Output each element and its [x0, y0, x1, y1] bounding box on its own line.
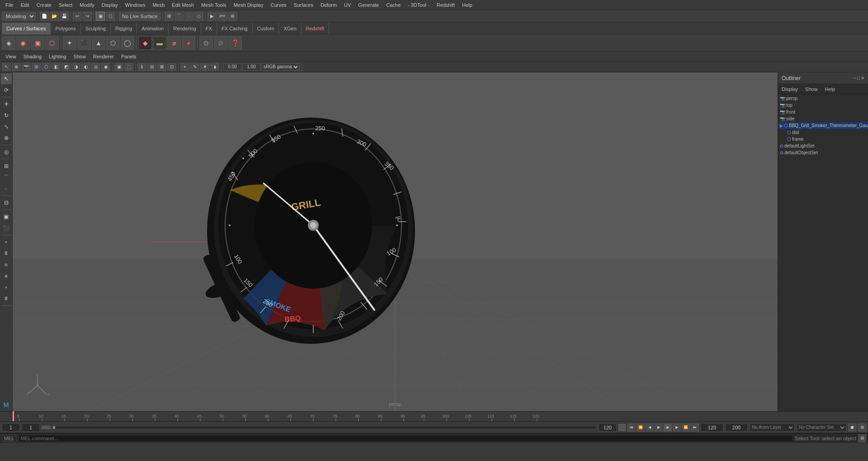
- vp-isolate-btn[interactable]: ▣: [114, 63, 123, 71]
- ipr-btn[interactable]: IPR: [217, 12, 227, 21]
- menu-help[interactable]: Help: [458, 1, 476, 9]
- shelf-tab-curves[interactable]: Curves / Surfaces: [2, 23, 51, 34]
- vp-gate2-btn[interactable]: ⊠: [157, 63, 166, 71]
- view-menu-view[interactable]: View: [2, 53, 20, 60]
- menu-windows[interactable]: Windows: [122, 1, 149, 9]
- menu-curves[interactable]: Curves: [267, 1, 290, 9]
- scale-input[interactable]: [242, 63, 260, 71]
- snap-to-point[interactable]: ·: [1, 183, 12, 194]
- vp-hud-btn[interactable]: ℹ: [137, 63, 146, 71]
- shelf-tab-rendering[interactable]: Rendering: [169, 23, 201, 34]
- vp-shad-btn[interactable]: ◐: [81, 63, 90, 71]
- outliner-tree[interactable]: 📷 persp 📷 top 📷 front 📷 side ▶ ⬡: [778, 94, 868, 411]
- prev-key-btn[interactable]: ◀: [646, 423, 654, 432]
- shelf-tab-fx[interactable]: FX: [201, 23, 217, 34]
- vp-gate-btn[interactable]: ⊟: [147, 63, 156, 71]
- tree-item-front[interactable]: 📷 front: [778, 109, 868, 115]
- play-fwd-btn[interactable]: ▶: [664, 423, 672, 432]
- shelf-icon-obj1[interactable]: ◆: [138, 36, 152, 50]
- next-frame-btn[interactable]: ⏩: [682, 423, 690, 432]
- gamma-input[interactable]: [223, 63, 241, 71]
- vp-shadow-btn[interactable]: ◗: [210, 63, 219, 71]
- vp-grid-btn[interactable]: ⊞: [32, 63, 41, 71]
- vp-gate3-btn[interactable]: ⊡: [167, 63, 176, 71]
- outliner-tab-display[interactable]: Display: [778, 86, 802, 93]
- outliner-minimize-btn[interactable]: ─: [853, 76, 856, 81]
- select-tool-btn[interactable]: ▣: [96, 12, 105, 21]
- shelf-tab-xgen[interactable]: XGen: [279, 23, 301, 34]
- vp-ao-btn[interactable]: ◉: [101, 63, 110, 71]
- go-to-start-btn[interactable]: ⏮: [627, 423, 636, 432]
- shelf-icon-bevel[interactable]: ▲: [92, 36, 105, 50]
- timeline-track[interactable]: [52, 426, 597, 429]
- tree-item-objectset[interactable]: ⊙ defaultObjectSet: [778, 149, 868, 156]
- menu-modify[interactable]: Modify: [76, 1, 98, 9]
- tree-item-side[interactable]: 📷 side: [778, 115, 868, 122]
- left-misc1[interactable]: ≡: [1, 237, 12, 247]
- undo-btn[interactable]: ↩: [73, 12, 82, 21]
- tree-item-lightset[interactable]: ⊙ defaultLightSet: [778, 143, 868, 149]
- view-menu-panels[interactable]: Panels: [118, 53, 140, 60]
- current-frame-left[interactable]: [2, 423, 20, 432]
- current-frame-right[interactable]: [22, 423, 40, 432]
- menu-generate[interactable]: Generate: [354, 1, 382, 9]
- status-bar-btn[interactable]: ⚙: [858, 434, 866, 442]
- snap-grid-btn[interactable]: ⊞: [165, 12, 174, 21]
- outliner-tab-help[interactable]: Help: [821, 86, 839, 93]
- shelf-icon-rs1[interactable]: ⬡: [45, 36, 59, 50]
- snap-curve-btn[interactable]: ⌒: [175, 12, 184, 21]
- vp-light-btn[interactable]: ◑: [71, 63, 80, 71]
- vp-shaded-btn[interactable]: ◧: [52, 63, 61, 71]
- prev-frame-btn[interactable]: ⏪: [637, 423, 645, 432]
- range-start-handle[interactable]: [42, 426, 51, 429]
- menu-select[interactable]: Select: [55, 1, 76, 9]
- tree-item-persp[interactable]: 📷 persp: [778, 95, 868, 102]
- open-btn[interactable]: 📂: [50, 12, 59, 21]
- view-menu-lighting[interactable]: Lighting: [45, 53, 70, 60]
- view-menu-shading[interactable]: Shading: [20, 53, 45, 60]
- menu-surfaces[interactable]: Surfaces: [290, 1, 317, 9]
- shelf-tab-animation[interactable]: Animation: [137, 23, 169, 34]
- universal-manip[interactable]: ⊕: [1, 133, 12, 143]
- menu-edit-mesh[interactable]: Edit Mesh: [168, 1, 198, 9]
- char-set-select[interactable]: No Character Set: [797, 423, 846, 432]
- move-tool[interactable]: ✛: [1, 99, 12, 109]
- live-surface-btn[interactable]: No Live Surface: [119, 12, 160, 21]
- shelf-icon-select[interactable]: ◈: [2, 36, 15, 50]
- workspace-select[interactable]: Modeling: [2, 12, 36, 21]
- shelf-tab-fx-caching[interactable]: FX Caching: [217, 23, 252, 34]
- shelf-icon-smooth[interactable]: ◯: [121, 36, 134, 50]
- vp-snap-btn[interactable]: ⊕: [12, 63, 21, 71]
- scale-tool[interactable]: ⤡: [1, 121, 12, 132]
- redo-btn[interactable]: ↪: [83, 12, 92, 21]
- menu-deform[interactable]: Deform: [317, 1, 340, 9]
- outliner-close-btn[interactable]: ✕: [861, 76, 864, 81]
- menu-mesh-display[interactable]: Mesh Display: [230, 1, 267, 9]
- shelf-icon-obj2[interactable]: ▬: [153, 36, 166, 50]
- vp-xray-btn[interactable]: ◎: [91, 63, 100, 71]
- menu-mesh-tools[interactable]: Mesh Tools: [198, 1, 230, 9]
- menu-file[interactable]: File: [2, 1, 17, 9]
- anim-settings-btn[interactable]: ⚙: [858, 423, 866, 432]
- anim-layer-select[interactable]: No Anim Layer: [750, 423, 795, 432]
- shelf-icon-mat1[interactable]: ⊙: [199, 36, 213, 50]
- lasso-tool[interactable]: ⟳: [1, 85, 12, 95]
- shelf-icon-move[interactable]: ✦: [63, 36, 76, 50]
- new-scene-btn[interactable]: 📄: [40, 12, 49, 21]
- left-misc5[interactable]: ≡: [1, 282, 12, 293]
- lasso-btn[interactable]: ⬡: [106, 12, 115, 21]
- menu-cache[interactable]: Cache: [382, 1, 404, 9]
- vp-texture-btn[interactable]: ◩: [61, 63, 71, 71]
- rotate-tool[interactable]: ↻: [1, 110, 12, 121]
- render-settings-btn[interactable]: ⚙: [228, 12, 237, 21]
- shelf-tab-sculpting[interactable]: Sculpting: [81, 23, 111, 34]
- menu-3dtool[interactable]: - 3DTool -: [404, 1, 433, 9]
- tree-item-bbq[interactable]: ▶ ⬡ BBQ_Grill_Smoker_Thermometer_Gau: [778, 122, 868, 129]
- menu-display[interactable]: Display: [98, 1, 122, 9]
- shelf-icon-paint[interactable]: ◉: [16, 36, 30, 50]
- render-full[interactable]: ⬛: [1, 223, 12, 233]
- tree-item-top[interactable]: 📷 top: [778, 102, 868, 109]
- snap-to-grid[interactable]: ⊞: [1, 161, 12, 171]
- shelf-icon-obj3[interactable]: ⌀: [167, 36, 181, 50]
- tree-item-dial[interactable]: ⬡ dial: [778, 129, 868, 136]
